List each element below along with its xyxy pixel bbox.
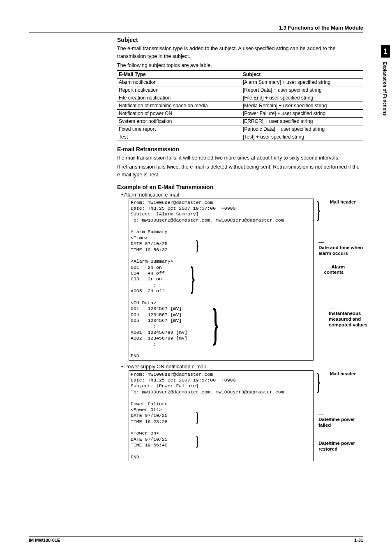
retrans-para-2: If retransmission fails twice, the e-mai… (117, 163, 363, 179)
retrans-heading: E-mail Retransmission (117, 146, 363, 153)
table-row: Notification of power ON[Power Failure] … (117, 110, 363, 118)
chapter-label: Explanation of Functions (383, 62, 387, 116)
example-heading: Example of an E-Mail Transmission (117, 184, 363, 190)
subject-para-1: The e-mail transmission type is added to… (117, 45, 363, 60)
bullet-alarm-email: • Alarm notification e-mail (121, 192, 363, 198)
subject-para-2: The following subject topics are availab… (117, 62, 363, 69)
page-footer: IM MW100-01E 1-31 (29, 536, 363, 543)
side-tab: 1 Explanation of Functions (378, 45, 392, 160)
retrans-para-1: If e-mail transmission fails, it will be… (117, 154, 363, 162)
th-email-type: E-Mail Type (117, 71, 241, 79)
annot-power-restored: Date/time power restored (318, 435, 364, 452)
annot-mail-header: Mail header (323, 199, 356, 205)
annot-alarm-contents: Alarm contents (324, 264, 363, 276)
table-row: File creation notification[File End] + u… (117, 94, 363, 102)
table-row: System error notification[ERROR] + user … (117, 118, 363, 125)
chapter-number-tab: 1 (381, 45, 390, 58)
table-row: Notification of remaining space on media… (117, 102, 363, 110)
subject-heading: Subject (117, 37, 363, 43)
annot-mail-header-2: Mail header (323, 371, 356, 377)
brace-icon: } (317, 371, 320, 392)
brace-icon: } (196, 435, 199, 447)
table-row: Fixed time report[Periodic Data] + user … (117, 125, 363, 133)
bullet-power-email: • Power supply ON notification e-mail (121, 364, 363, 370)
brace-icon: } (196, 412, 199, 423)
table-row: Test[Test] + user specified string (117, 133, 363, 141)
footer-page-num: 1-31 (354, 538, 363, 543)
annot-datetime-alarm: Date and time when alarm occurs (318, 240, 364, 257)
table-row: Report notification[Report Data] + user … (117, 86, 363, 94)
subject-table: E-Mail Type Subject Alarm notification[A… (117, 70, 363, 141)
brace-icon: } (212, 305, 219, 344)
th-subject: Subject (241, 71, 363, 79)
footer-doc-id: IM MW100-01E (29, 538, 60, 543)
brace-icon: } (196, 240, 199, 252)
annot-power-failed: Date/time power failed (318, 412, 364, 428)
annot-instant-values: Instantaneous measured and computed valu… (329, 305, 374, 328)
brace-icon: } (190, 264, 195, 292)
section-header: 1.3 Functions of the Main Module (29, 25, 363, 32)
brace-icon: } (317, 199, 320, 220)
table-row: Alarm notification[Alarm Summary] + user… (117, 79, 363, 86)
